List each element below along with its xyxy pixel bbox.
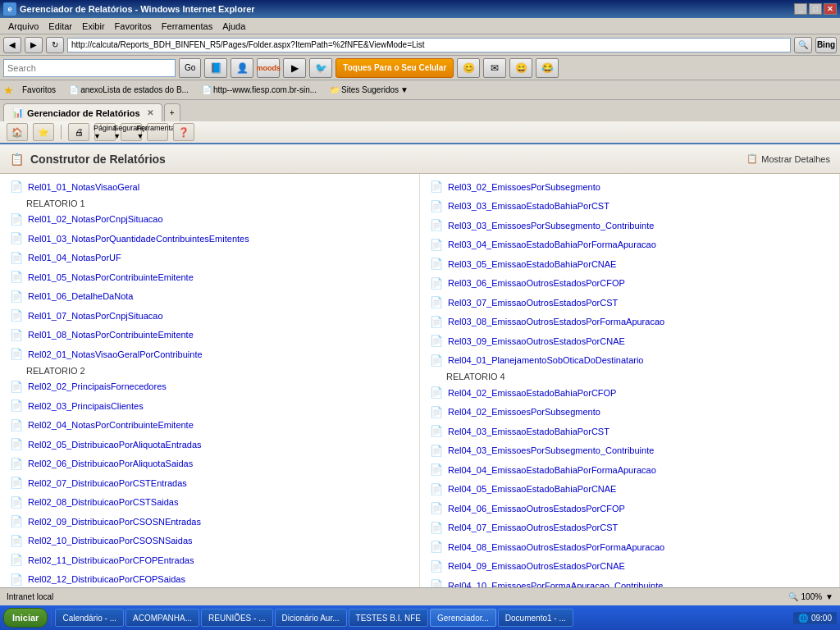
report-item[interactable]: 📄Rel02_03_PrincipaisClientes (0, 396, 419, 416)
report-item[interactable]: 📄Rel04_01_PlanejamentoSobOticaDoDestinat… (420, 351, 839, 371)
report-item[interactable]: 📄Rel02_01_NotasVisaoGeralPorContribuinte (0, 345, 419, 364)
print-button[interactable]: 🖨 (68, 123, 89, 141)
system-tray: 🌐 09:00 (793, 612, 837, 624)
facebook-icon[interactable]: 📘 (204, 58, 227, 78)
youtube-icon[interactable]: ▶ (283, 58, 306, 78)
zoom-dropdown-icon[interactable]: ▼ (825, 592, 833, 601)
report-item[interactable]: 📄Rel01_03_NotasPorQuantidadeContribuinte… (0, 229, 419, 249)
menu-editar[interactable]: Editar (43, 20, 77, 33)
fav-item-3[interactable]: 📁 Sites Sugeridos ▼ (325, 84, 413, 96)
menu-ferramentas[interactable]: Ferramentas (157, 20, 217, 33)
user-icon[interactable]: 👤 (231, 58, 253, 78)
taskbar-item[interactable]: ACOMPANHA... (126, 609, 199, 627)
report-item[interactable]: 📄Rel01_07_NotasPorCnpjSituacao (0, 306, 419, 326)
tools-button[interactable]: Ferramentas ▼ (147, 123, 168, 141)
report-item[interactable]: 📄Rel02_04_NotasPorContribuinteEmitente (0, 416, 419, 436)
report-item[interactable]: 📄Rel02_06_DistribuicaoPorAliquotaSaidas (0, 454, 419, 474)
emoji-icon[interactable]: 😄 (509, 58, 532, 78)
report-item[interactable]: 📄Rel03_07_EmissaoOutrosEstadosPorCST (420, 293, 839, 313)
search-icon[interactable]: 🔍 (794, 37, 812, 53)
report-item[interactable]: 📄Rel04_02_EmissaoEstadoBahiaPorCFOP (420, 383, 839, 403)
page-button[interactable]: Página ▼ (94, 123, 116, 141)
report-item[interactable]: 📄Rel04_10_EmissoesPorFormaApuracao_Contr… (420, 576, 839, 587)
report-item-label: Rel02_03_PrincipaisClientes (28, 399, 144, 413)
mail-icon[interactable]: ✉ (483, 58, 506, 78)
bing-search[interactable]: Bing (815, 37, 837, 53)
report-item[interactable]: 📄Rel02_12_DistribuicaoPorCFOPSaidas (0, 570, 419, 588)
tab-close-icon[interactable]: ✕ (147, 108, 153, 117)
new-tab-button[interactable]: + (164, 103, 180, 121)
menu-exibir[interactable]: Exibir (77, 20, 110, 33)
refresh-button[interactable]: ↻ (46, 37, 64, 53)
go-button[interactable]: Go (179, 58, 201, 78)
fav-item-1[interactable]: 📄 anexoLista de estados do B... (64, 84, 194, 96)
report-item[interactable]: 📄Rel04_04_EmissaoEstadoBahiaPorFormaApur… (420, 460, 839, 480)
back-button[interactable]: ◀ (3, 37, 21, 53)
report-item[interactable]: 📄Rel03_03_EmissoesPorSubsegmento_Contrib… (420, 216, 839, 235)
report-item[interactable]: 📄Rel04_05_EmissaoEstadoBahiaPorCNAE (420, 480, 839, 500)
taskbar-item[interactable]: Calendário - ... (55, 609, 124, 627)
report-item[interactable]: 📄Rel02_09_DistribuicaoPorCSOSNEntradas (0, 512, 419, 532)
address-input[interactable] (67, 38, 791, 52)
report-item[interactable]: 📄Rel03_02_EmissoesPorSubsegmento (420, 177, 839, 197)
main-tab[interactable]: 📊 Gerenciador de Relatórios ✕ (3, 103, 162, 121)
window-controls[interactable]: _ □ ✕ (794, 3, 837, 15)
report-item[interactable]: 📄Rel02_02_PrincipaisFornecedores (0, 377, 419, 397)
menu-arquivo[interactable]: Arquivo (3, 20, 43, 33)
report-item[interactable]: 📄Rel01_04_NotasPorUF (0, 249, 419, 268)
report-item-icon: 📄 (430, 294, 443, 311)
report-item[interactable]: 📄Rel03_03_EmissaoEstadoBahiaPorCST (420, 197, 839, 217)
zoom-icon: 🔍 (788, 592, 798, 601)
report-item[interactable]: 📄Rel04_06_EmissaoOutrosEstadosPorCFOP (420, 499, 839, 518)
moods-icon[interactable]: moods (257, 58, 280, 78)
report-item[interactable]: 📄Rel03_08_EmissaoOutrosEstadosPorFormaAp… (420, 313, 839, 332)
bookmark-icon[interactable]: ⭐ (33, 123, 54, 141)
fav-icon-3: 📁 (330, 85, 340, 94)
report-item[interactable]: 📄Rel02_11_DistribuicaoPorCFOPEntradas (0, 550, 419, 570)
smiley-icon[interactable]: 😂 (536, 58, 559, 78)
report-item[interactable]: 📄Rel02_07_DistribuicaoPorCSTEntradas (0, 473, 419, 493)
taskbar-item[interactable]: Documento1 - ... (498, 609, 573, 627)
toques-button[interactable]: Toques Para o Seu Celular (336, 58, 454, 78)
report-item-icon: 📄 (430, 314, 443, 331)
search-input[interactable] (3, 59, 176, 77)
report-item[interactable]: 📄Rel02_08_DistribuicaoPorCSTSaidas (0, 493, 419, 513)
taskbar: Iniciar Calendário - ...ACOMPANHA...REUN… (0, 605, 840, 630)
report-item[interactable]: 📄Rel03_04_EmissaoEstadoBahiaPorFormaApur… (420, 235, 839, 255)
report-item[interactable]: 📄Rel01_05_NotasPorContribuinteEmitente (0, 267, 419, 287)
report-item[interactable]: 📄Rel03_05_EmissaoEstadoBahiaPorCNAE (420, 254, 839, 274)
menu-ajuda[interactable]: Ajuda (217, 20, 250, 33)
taskbar-item[interactable]: Gerenciador... (430, 609, 496, 627)
report-item[interactable]: 📄Rel03_06_EmissaoOutrosEstadosPorCFOP (420, 274, 839, 294)
avatar-icon[interactable]: 😊 (457, 58, 480, 78)
taskbar-item[interactable]: Dicionário Aur... (275, 609, 347, 627)
report-item[interactable]: 📄Rel02_10_DistribuicaoPorCSOSNSaidas (0, 532, 419, 551)
right-column: 📄Rel03_02_EmissoesPorSubsegmento📄Rel03_0… (420, 174, 840, 587)
report-item[interactable]: 📄Rel02_05_DistribuicaoPorAliquotaEntrada… (0, 435, 419, 454)
maximize-button[interactable]: □ (809, 3, 822, 15)
report-item[interactable]: 📄Rel04_09_EmissaoOutrosEstadosPorCNAE (420, 557, 839, 577)
minimize-button[interactable]: _ (794, 3, 807, 15)
help-button[interactable]: ❓ (173, 123, 194, 141)
report-item[interactable]: 📄Rel04_02_EmissoesPorSubsegmento (420, 403, 839, 422)
report-item[interactable]: 📄Rel04_03_EmissoesPorSubsegmento_Contrib… (420, 441, 839, 461)
close-button[interactable]: ✕ (824, 3, 837, 15)
report-item[interactable]: 📄Rel01_08_NotasPorContribuinteEmitente (0, 326, 419, 345)
taskbar-item[interactable]: REUNIÕES - ... (201, 609, 272, 627)
report-item[interactable]: 📄Rel01_01_NotasVisaoGeral (0, 177, 419, 197)
fav-item-2[interactable]: 📄 http--www.fiesp.com.br-sin... (197, 84, 322, 96)
show-details-button[interactable]: 📋 Mostrar Detalhes (746, 153, 830, 164)
taskbar-item[interactable]: TESTES B.I. NFE (349, 609, 428, 627)
report-item[interactable]: 📄Rel01_02_NotasPorCnpjSituacao (0, 210, 419, 230)
menu-favoritos[interactable]: Favoritos (110, 20, 157, 33)
report-item[interactable]: 📄Rel04_03_EmissaoEstadoBahiaPorCST (420, 422, 839, 441)
start-button[interactable]: Iniciar (3, 608, 48, 628)
forward-button[interactable]: ▶ (25, 37, 43, 53)
report-item[interactable]: 📄Rel03_09_EmissaoOutrosEstadosPorCNAE (420, 331, 839, 351)
report-item[interactable]: 📄Rel04_08_EmissaoOutrosEstadosPorFormaAp… (420, 537, 839, 557)
report-item[interactable]: 📄Rel01_06_DetalheDaNota (0, 287, 419, 307)
twitter-icon[interactable]: 🐦 (309, 58, 332, 78)
report-item[interactable]: 📄Rel04_07_EmissaoOutrosEstadosPorCST (420, 518, 839, 538)
home-button[interactable]: 🏠 (7, 123, 28, 141)
favorites-label[interactable]: Favoritos (17, 84, 61, 96)
